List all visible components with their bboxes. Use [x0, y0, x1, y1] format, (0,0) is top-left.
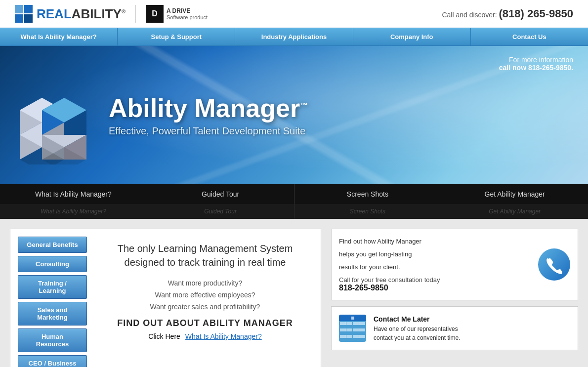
- consult-cta: Call for your free consultation today: [339, 276, 533, 284]
- cta-heading: FIND OUT ABOUT ABILITY MANAGER: [107, 318, 303, 328]
- sidebar-btn-sales[interactable]: Sales and Marketing: [18, 302, 87, 326]
- logo-cell: [24, 5, 33, 13]
- cal-cell: [359, 328, 365, 331]
- logo-reg: ®: [122, 8, 126, 14]
- cal-cell: [340, 328, 346, 331]
- logo-text: REALABILITY®: [37, 6, 126, 22]
- nav-item-industry[interactable]: Industry Applications: [235, 28, 353, 45]
- cta-links: Click Here What Is Ability Manager?: [107, 332, 303, 340]
- cal-cell: [340, 335, 346, 338]
- cal-cell: [346, 335, 352, 338]
- hero-subtitle: Effective, Powerful Talent Development S…: [109, 125, 308, 137]
- contact-later-title: Contact Me Later: [374, 315, 430, 323]
- logo-cell: [15, 5, 23, 13]
- phone-box-area: Find out how Ability Manager helps you g…: [339, 237, 570, 292]
- cal-cell: [340, 322, 346, 325]
- left-panel: General Benefits Consulting Training / L…: [10, 229, 321, 367]
- calendar-icon: ▦: [339, 315, 366, 342]
- hero-title-area: Ability Manager™ Effective, Powerful Tal…: [109, 93, 308, 137]
- phone-number: (818) 265-9850: [499, 7, 573, 20]
- contact-later-text: Contact Me Later Have one of our represe…: [374, 314, 460, 342]
- reflect-what: What Is Ability Manager?: [0, 204, 147, 219]
- hero-cube-icon: [15, 76, 104, 164]
- cal-cell: [346, 322, 352, 325]
- reflect-shots: Screen Shots: [294, 204, 442, 219]
- nav-item-contact[interactable]: Contact Us: [471, 28, 588, 45]
- sub-nav-get[interactable]: Get Ability Manager: [441, 184, 588, 204]
- adrive-area: D A DRIVE Software product: [135, 5, 208, 23]
- phone-label: Call and discover:: [442, 11, 497, 19]
- phone-icon: [538, 248, 570, 281]
- adrive-logo: D: [146, 5, 164, 23]
- header: REALABILITY® D A DRIVE Software product …: [0, 0, 588, 28]
- cta-link[interactable]: What Is Ability Manager?: [185, 332, 262, 340]
- logo-area: REALABILITY® D A DRIVE Software product: [15, 5, 208, 23]
- hero-info: For more information call now 818-265-98…: [499, 56, 573, 72]
- hero-banner: For more information call now 818-265-98…: [0, 46, 588, 184]
- consultation-text: Find out how Ability Manager helps you g…: [339, 237, 533, 292]
- logo-grid-icon: [15, 5, 33, 23]
- cal-cell: [359, 335, 365, 338]
- cal-cell: [346, 328, 352, 331]
- hero-tm: ™: [300, 101, 308, 110]
- cal-cell: [353, 328, 359, 331]
- contact-later-box: ▦ Contact Me Later H: [331, 306, 578, 350]
- sidebar-btn-general[interactable]: General Benefits: [18, 237, 87, 253]
- cal-cell: [359, 322, 365, 325]
- subtext-2: Want more effective employees?: [107, 291, 303, 299]
- logo-ability: ABILITY: [72, 6, 122, 21]
- sub-nav-what[interactable]: What Is Ability Manager?: [0, 184, 147, 204]
- adrive-text: A DRIVE Software product: [167, 7, 208, 20]
- hero-title: Ability Manager™: [109, 93, 308, 123]
- nav-item-setup[interactable]: Setup & Support: [118, 28, 235, 45]
- logo-cell: [24, 14, 33, 23]
- sub-nav: What Is Ability Manager? Guided Tour Scr…: [0, 184, 588, 204]
- sidebar-btn-ceo[interactable]: CEO / Business Owner: [18, 355, 87, 367]
- cal-cell: [353, 335, 359, 338]
- consult-line1: Find out how Ability Manager: [339, 237, 533, 247]
- logo-cell: [15, 14, 23, 23]
- sidebar-btn-training[interactable]: Training / Learning: [18, 275, 87, 299]
- sub-nav-tour[interactable]: Guided Tour: [147, 184, 294, 204]
- cal-header: ▦: [339, 315, 366, 321]
- main-content: General Benefits Consulting Training / L…: [0, 219, 588, 367]
- contact-line2: contact you at a convenient time.: [374, 334, 460, 341]
- realability-logo: REALABILITY®: [15, 5, 126, 23]
- consult-line3: results for your client.: [339, 262, 533, 273]
- cal-cell: [353, 322, 359, 325]
- logo-real: REAL: [37, 6, 72, 21]
- right-panel: Find out how Ability Manager helps you g…: [331, 229, 578, 367]
- hero-info-line2: call now 818-265-9850.: [499, 64, 573, 72]
- consultation-box: Find out how Ability Manager helps you g…: [331, 229, 578, 300]
- reflect-tour: Guided Tour: [147, 204, 294, 219]
- cta-click-text: Click Here: [148, 332, 180, 340]
- sub-nav-reflection: What Is Ability Manager? Guided Tour Scr…: [0, 204, 588, 219]
- sub-nav-shots[interactable]: Screen Shots: [294, 184, 442, 204]
- main-headline: The only Learning Management Systemdesig…: [107, 242, 303, 269]
- consult-line2: helps you get long-lasting: [339, 249, 533, 260]
- nav-item-company[interactable]: Company Info: [353, 28, 471, 45]
- subtext-1: Want more productivity?: [107, 279, 303, 287]
- consultation-lines: Find out how Ability Manager helps you g…: [339, 237, 533, 272]
- reflect-get: Get Ability Manager: [441, 204, 588, 219]
- nav-item-what[interactable]: What Is Ability Manager?: [0, 28, 118, 45]
- main-nav: What Is Ability Manager? Setup & Support…: [0, 28, 588, 46]
- subtext-3: Want greater sales and profitability?: [107, 303, 303, 311]
- sidebar-btn-hr[interactable]: Human Resources: [18, 328, 87, 352]
- center-content: The only Learning Management Systemdesig…: [97, 237, 313, 367]
- phone-area: Call and discover: (818) 265-9850: [442, 7, 573, 20]
- sidebar: General Benefits Consulting Training / L…: [18, 237, 89, 367]
- cal-body: [339, 321, 366, 342]
- sidebar-btn-consulting[interactable]: Consulting: [18, 256, 87, 272]
- hero-info-line1: For more information: [499, 56, 573, 64]
- contact-line1: Have one of our representatives: [374, 326, 458, 332]
- consult-phone: 818-265-9850: [339, 284, 533, 292]
